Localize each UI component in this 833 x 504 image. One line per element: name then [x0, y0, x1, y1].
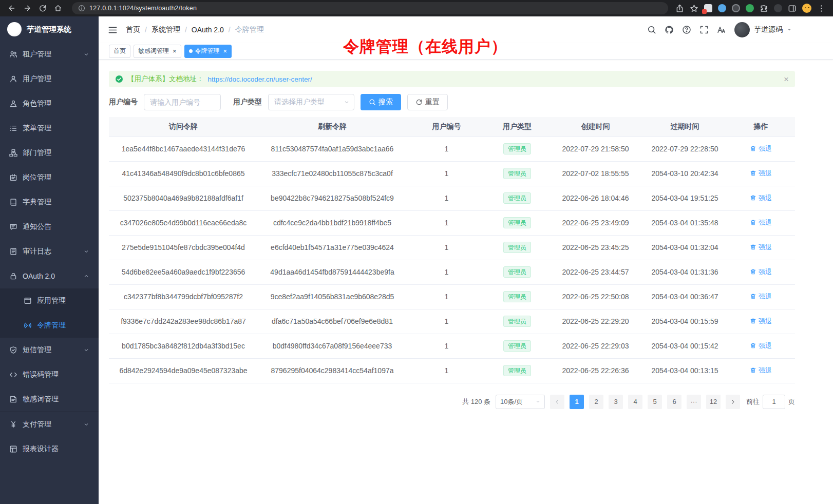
- doc-link[interactable]: https://doc.iocoder.cn/user-center/: [208, 75, 312, 83]
- pagination-page-3[interactable]: 3: [609, 395, 623, 409]
- sidebar-item-pay[interactable]: 支付管理: [0, 412, 99, 437]
- sidebar-item-errcode[interactable]: 错误码管理: [0, 362, 99, 387]
- user-name: 芋道源码: [754, 25, 783, 34]
- share-icon[interactable]: [675, 4, 684, 13]
- extension-icon-4[interactable]: [746, 4, 754, 12]
- pagination-prev-button[interactable]: [550, 395, 564, 409]
- extension-icon-2[interactable]: [718, 4, 726, 12]
- tags-view-bar: 首页敏感词管理×令牌管理×: [99, 43, 833, 60]
- force-logout-button[interactable]: 强退: [750, 292, 772, 301]
- cell-expires-at: 2054-03-04 01:35:48: [643, 210, 727, 235]
- app-logo[interactable]: 芋道管理系统: [0, 16, 99, 42]
- sidebar-item-sensitive-word[interactable]: 敏感词管理: [0, 387, 99, 412]
- cell-user-id: 1: [407, 284, 486, 309]
- address-bar[interactable]: 127.0.0.1:1024/system/oauth2/token: [72, 2, 668, 14]
- cell-actions: 强退: [727, 334, 795, 358]
- breadcrumb-item[interactable]: OAuth 2.0: [192, 26, 224, 34]
- bookmark-star-icon[interactable]: [690, 4, 698, 13]
- force-logout-label: 强退: [759, 169, 772, 178]
- browser-profile-avatar[interactable]: [802, 4, 811, 13]
- pagination-page-12[interactable]: 12: [706, 395, 721, 409]
- home-icon: [54, 4, 62, 12]
- token-table: 访问令牌刷新令牌用户编号用户类型创建时间过期时间操作 1ea5e44f8bc14…: [109, 117, 795, 383]
- header-search-icon[interactable]: [647, 25, 656, 34]
- sidebar-item-menu[interactable]: 菜单管理: [0, 116, 99, 141]
- sidebar-item-token[interactable]: 令牌管理: [0, 313, 99, 338]
- force-logout-button[interactable]: 强退: [750, 193, 772, 203]
- reset-button[interactable]: 重置: [407, 94, 448, 110]
- force-logout-button[interactable]: 强退: [750, 218, 772, 227]
- success-check-icon: [115, 75, 123, 83]
- search-button[interactable]: 搜索: [361, 94, 401, 110]
- pagination-page-4[interactable]: 4: [628, 395, 642, 409]
- force-logout-button[interactable]: 强退: [750, 341, 772, 351]
- force-logout-button[interactable]: 强退: [750, 169, 772, 178]
- side-panel-icon[interactable]: [788, 4, 797, 13]
- breadcrumb-item[interactable]: 系统管理: [152, 25, 180, 34]
- fullscreen-icon[interactable]: [699, 25, 709, 34]
- force-logout-button[interactable]: 强退: [750, 317, 772, 326]
- pagination-page-1[interactable]: 1: [570, 395, 584, 409]
- cell-access-token: c347026e805e4d99b0d116eae66eda8c: [109, 210, 258, 235]
- force-logout-button[interactable]: 强退: [750, 144, 772, 153]
- browser-menu-kebab-icon[interactable]: [817, 4, 826, 13]
- sidebar-item-notice[interactable]: 通知公告: [0, 215, 99, 239]
- sidebar-item-tenant[interactable]: 租户管理: [0, 42, 99, 67]
- user-menu[interactable]: 芋道源码: [734, 22, 792, 37]
- sidebar-item-app[interactable]: 应用管理: [0, 288, 99, 313]
- browser-home-button[interactable]: [51, 2, 65, 15]
- tab-close-icon[interactable]: ×: [223, 48, 228, 54]
- browser-reload-button[interactable]: [36, 2, 49, 15]
- site-info-icon[interactable]: [78, 5, 85, 12]
- user-type-select[interactable]: 请选择用户类型: [268, 94, 354, 110]
- help-icon[interactable]: [682, 25, 691, 34]
- pagination-ellipsis[interactable]: ···: [687, 395, 701, 409]
- goto-suffix: 页: [788, 397, 795, 406]
- font-size-icon[interactable]: [717, 25, 726, 34]
- delete-icon: [750, 244, 756, 250]
- extensions-puzzle-icon[interactable]: [760, 4, 768, 13]
- sidebar-item-sms[interactable]: 短信管理: [0, 338, 99, 362]
- sidebar-item-user[interactable]: 用户管理: [0, 67, 99, 91]
- sidebar-item-report[interactable]: 报表设计器: [0, 437, 99, 461]
- breadcrumb-item[interactable]: 首页: [126, 25, 140, 34]
- pagination-page-2[interactable]: 2: [589, 395, 603, 409]
- pagination-page-6[interactable]: 6: [667, 395, 681, 409]
- force-logout-button[interactable]: 强退: [750, 267, 772, 277]
- goto-page-input[interactable]: [763, 395, 785, 409]
- force-logout-button[interactable]: 强退: [750, 243, 772, 252]
- extension-icon-5[interactable]: [774, 4, 782, 12]
- cell-user-id: 1: [407, 309, 486, 334]
- pay-yen-icon: [9, 420, 17, 429]
- sidebar-item-label: 错误码管理: [23, 370, 89, 379]
- table-row: 1ea5e44f8bc1467aaede43144f31de76811c5304…: [109, 137, 795, 161]
- alert-close-icon[interactable]: ×: [784, 75, 789, 84]
- token-signal-icon: [24, 321, 32, 329]
- sidebar-item-audit-log[interactable]: 审计日志: [0, 239, 99, 264]
- cell-expires-at: 2054-03-04 00:15:42: [643, 334, 727, 358]
- tab-token[interactable]: 令牌管理×: [184, 45, 232, 58]
- tab-close-icon[interactable]: ×: [173, 48, 177, 54]
- extension-icon-1[interactable]: [704, 4, 712, 12]
- browser-back-button[interactable]: [5, 2, 18, 15]
- sidebar-item-post[interactable]: 岗位管理: [0, 165, 99, 190]
- sidebar-item-dept[interactable]: 部门管理: [0, 141, 99, 165]
- pagination-next-button[interactable]: [726, 395, 740, 409]
- force-logout-button[interactable]: 强退: [750, 366, 772, 375]
- page-size-select[interactable]: 10条/页: [496, 395, 545, 409]
- pagination-page-5[interactable]: 5: [648, 395, 662, 409]
- cell-created-at: 2022-07-02 18:55:55: [548, 161, 643, 186]
- browser-forward-button[interactable]: [21, 2, 34, 15]
- github-icon[interactable]: [665, 25, 674, 34]
- tab-sensitive-word[interactable]: 敏感词管理×: [134, 45, 181, 58]
- cell-actions: 强退: [727, 186, 795, 210]
- sidebar-item-oauth2[interactable]: OAuth 2.0: [0, 264, 99, 288]
- sidebar-collapse-button[interactable]: [108, 25, 118, 35]
- user-id-input[interactable]: [144, 94, 221, 110]
- sidebar-item-dict[interactable]: 字典管理: [0, 190, 99, 215]
- tab-home[interactable]: 首页: [109, 45, 130, 58]
- extension-icon-3[interactable]: [732, 4, 740, 12]
- org-tree-icon: [9, 149, 17, 157]
- sidebar-item-role[interactable]: 角色管理: [0, 91, 99, 116]
- cell-refresh-token: 9ce8ef2aa9f14056b831ae9b608e28d5: [258, 284, 407, 309]
